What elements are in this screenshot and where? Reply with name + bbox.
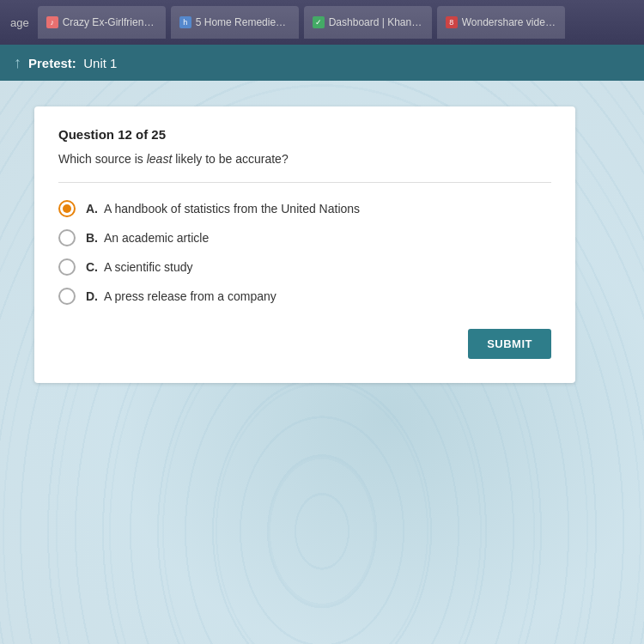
option-a-label: A. A handbook of statistics from the Uni… [86, 202, 360, 216]
tab-crazy[interactable]: ♪ Crazy Ex-Girlfriend... [38, 6, 166, 39]
radio-b[interactable] [58, 229, 76, 246]
option-c-label: C. A scientific study [86, 260, 193, 274]
question-divider [58, 182, 551, 183]
option-a[interactable]: A. A handbook of statistics from the Uni… [58, 200, 551, 217]
question-number: Question 12 of 25 [58, 127, 551, 142]
tab-home-label: 5 Home Remedies f... [196, 16, 290, 28]
tab-home[interactable]: h 5 Home Remedies f... [171, 6, 299, 39]
nav-title: Pretest: Unit 1 [28, 56, 117, 70]
quiz-card: Question 12 of 25 Which source is least … [34, 106, 575, 383]
tab-home-icon: h [179, 16, 191, 28]
tab-crazy-icon: ♪ [46, 16, 58, 28]
page-partial-label: age [7, 16, 33, 29]
submit-row: SUBMIT [58, 329, 551, 359]
question-em: least [147, 152, 173, 166]
browser-bar: age ♪ Crazy Ex-Girlfriend... h 5 Home Re… [0, 0, 644, 45]
nav-unit: Unit 1 [83, 56, 117, 70]
nav-bar: ↑ Pretest: Unit 1 [0, 45, 644, 81]
content-area: Question 12 of 25 Which source is least … [0, 81, 644, 644]
question-text: Which source is least likely to be accur… [58, 150, 551, 168]
radio-d[interactable] [58, 288, 76, 305]
option-c[interactable]: C. A scientific study [58, 258, 551, 276]
tab-dashboard-label: Dashboard | Khan A... [329, 16, 423, 28]
radio-a[interactable] [58, 200, 76, 217]
radio-c[interactable] [58, 258, 76, 276]
radio-a-inner [63, 204, 71, 213]
option-b-label: B. An academic article [86, 231, 209, 245]
tab-wondershare-icon: 8 [446, 16, 458, 28]
options-list: A. A handbook of statistics from the Uni… [58, 200, 551, 305]
nav-prefix: Pretest: [28, 56, 76, 70]
submit-button[interactable]: SUBMIT [468, 329, 551, 359]
tab-wondershare-label: Wondershare video... [462, 16, 556, 28]
question-text-before: Which source is [58, 152, 147, 166]
option-d[interactable]: D. A press release from a company [58, 288, 551, 305]
tab-dashboard[interactable]: ✓ Dashboard | Khan A... [304, 6, 432, 39]
tab-wondershare[interactable]: 8 Wondershare video... [437, 6, 565, 39]
option-d-label: D. A press release from a company [86, 289, 276, 303]
question-text-after: likely to be accurate? [172, 152, 288, 166]
option-b[interactable]: B. An academic article [58, 229, 551, 246]
tab-dashboard-icon: ✓ [313, 16, 325, 28]
back-icon[interactable]: ↑ [14, 54, 21, 72]
tab-crazy-label: Crazy Ex-Girlfriend... [63, 16, 157, 28]
